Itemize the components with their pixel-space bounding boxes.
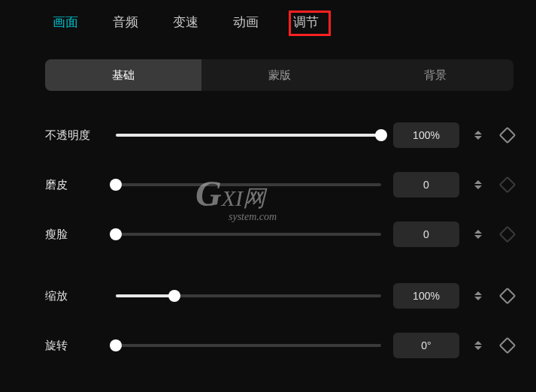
row-face: 瘦脸 0 <box>45 222 513 247</box>
tab-speed[interactable]: 变速 <box>173 14 198 31</box>
slider-rotate[interactable] <box>116 336 381 354</box>
label-face: 瘦脸 <box>45 228 104 242</box>
sub-tab-bar: 基础 蒙版 背景 <box>45 59 513 91</box>
value-face[interactable]: 0 <box>393 222 459 247</box>
chevron-down-icon[interactable] <box>474 346 482 350</box>
tab-adjust[interactable]: 调节 <box>293 14 319 31</box>
controls-panel: 不透明度 100% 磨皮 0 瘦脸 0 <box>45 122 513 358</box>
value-rotate[interactable]: 0° <box>393 333 459 358</box>
tab-audio[interactable]: 音频 <box>113 14 138 31</box>
chevron-up-icon[interactable] <box>474 131 482 134</box>
label-smooth: 磨皮 <box>45 178 104 192</box>
slider-face[interactable] <box>116 225 381 243</box>
stepper-scale[interactable] <box>471 283 485 309</box>
top-tab-bar: 画面 音频 变速 动画 调节 <box>0 0 536 41</box>
row-scale: 缩放 100% <box>45 283 513 309</box>
value-smooth[interactable]: 0 <box>393 172 459 198</box>
keyframe-scale[interactable] <box>499 288 516 305</box>
chevron-up-icon[interactable] <box>474 341 482 345</box>
row-rotate: 旋转 0° <box>45 333 513 358</box>
chevron-down-icon[interactable] <box>474 185 482 189</box>
slider-opacity[interactable] <box>116 126 381 144</box>
label-rotate: 旋转 <box>45 339 104 353</box>
keyframe-opacity[interactable] <box>499 127 516 144</box>
stepper-face[interactable] <box>471 222 485 247</box>
row-smooth: 磨皮 0 <box>45 172 513 198</box>
value-opacity[interactable]: 100% <box>393 122 459 148</box>
label-opacity: 不透明度 <box>45 128 104 143</box>
label-scale: 缩放 <box>45 289 104 303</box>
slider-scale[interactable] <box>116 287 381 305</box>
chevron-up-icon[interactable] <box>474 291 482 295</box>
keyframe-smooth[interactable] <box>499 176 516 194</box>
chevron-down-icon[interactable] <box>474 297 482 300</box>
stepper-smooth[interactable] <box>471 172 485 198</box>
tab-picture[interactable]: 画面 <box>53 14 78 31</box>
row-opacity: 不透明度 100% <box>45 122 513 148</box>
slider-smooth[interactable] <box>116 176 381 194</box>
stepper-opacity[interactable] <box>471 122 485 148</box>
chevron-up-icon[interactable] <box>474 180 482 184</box>
stepper-rotate[interactable] <box>471 333 485 358</box>
subtab-basic[interactable]: 基础 <box>45 59 201 91</box>
annotation-arrow <box>0 382 536 392</box>
value-scale[interactable]: 100% <box>393 283 459 309</box>
subtab-bg[interactable]: 背景 <box>357 59 513 91</box>
subtab-mask[interactable]: 蒙版 <box>201 59 358 91</box>
chevron-up-icon[interactable] <box>474 230 482 234</box>
tab-animation[interactable]: 动画 <box>233 14 259 31</box>
chevron-down-icon[interactable] <box>474 136 482 140</box>
keyframe-face[interactable] <box>499 226 516 243</box>
keyframe-rotate[interactable] <box>499 337 516 354</box>
chevron-down-icon[interactable] <box>474 235 482 239</box>
